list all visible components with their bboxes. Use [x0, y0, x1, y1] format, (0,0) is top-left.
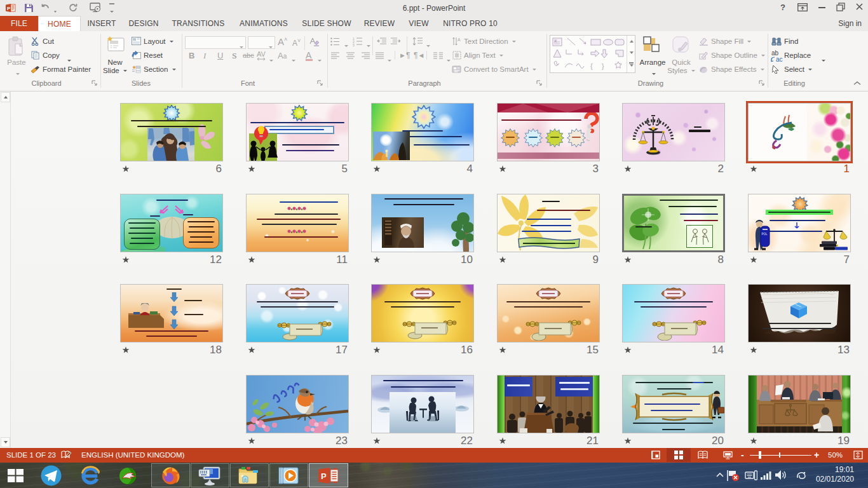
- svg-text:P: P: [7, 6, 11, 11]
- svg-text:POL: POL: [762, 233, 768, 236]
- svg-text:3: 3: [353, 43, 355, 46]
- svg-text:{: {: [590, 62, 593, 70]
- svg-text:}: }: [602, 62, 604, 70]
- svg-text:P: P: [321, 471, 327, 480]
- svg-text:A: A: [554, 39, 557, 43]
- svg-text:A: A: [458, 37, 461, 42]
